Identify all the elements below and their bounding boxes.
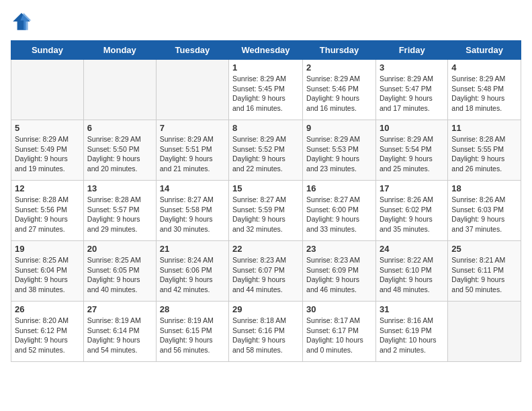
calendar-cell (11, 60, 84, 120)
day-number: 16 (306, 183, 372, 193)
calendar-cell: 3Sunrise: 8:29 AMSunset: 5:47 PMDaylight… (375, 60, 447, 120)
day-number: 31 (380, 304, 444, 314)
day-number: 2 (306, 62, 372, 73)
calendar-cell: 1Sunrise: 8:29 AMSunset: 5:45 PMDaylight… (229, 60, 303, 120)
calendar-week-2: 5Sunrise: 8:29 AMSunset: 5:49 PMDaylight… (11, 120, 521, 181)
calendar-cell: 7Sunrise: 8:29 AMSunset: 5:51 PMDaylight… (156, 120, 228, 181)
day-info: Sunrise: 8:20 AMSunset: 6:12 PMDaylight:… (15, 316, 80, 355)
calendar-cell: 19Sunrise: 8:25 AMSunset: 6:04 PMDayligh… (11, 241, 84, 302)
weekday-header-saturday: Saturday (448, 41, 521, 60)
calendar-cell (156, 60, 228, 120)
calendar-cell: 10Sunrise: 8:29 AMSunset: 5:54 PMDayligh… (375, 120, 447, 181)
calendar-cell: 13Sunrise: 8:28 AMSunset: 5:57 PMDayligh… (83, 181, 156, 241)
day-info: Sunrise: 8:26 AMSunset: 6:03 PMDaylight:… (451, 195, 517, 234)
day-info: Sunrise: 8:26 AMSunset: 6:02 PMDaylight:… (380, 195, 444, 234)
day-info: Sunrise: 8:29 AMSunset: 5:50 PMDaylight:… (87, 134, 152, 174)
day-info: Sunrise: 8:27 AMSunset: 6:00 PMDaylight:… (306, 195, 372, 234)
day-info: Sunrise: 8:23 AMSunset: 6:07 PMDaylight:… (232, 255, 299, 295)
day-number: 30 (306, 304, 372, 314)
day-number: 17 (380, 183, 444, 193)
calendar-cell (83, 60, 156, 120)
day-number: 24 (380, 244, 444, 254)
day-info: Sunrise: 8:25 AMSunset: 6:04 PMDaylight:… (15, 255, 80, 295)
calendar-cell: 6Sunrise: 8:29 AMSunset: 5:50 PMDaylight… (83, 120, 156, 181)
day-info: Sunrise: 8:29 AMSunset: 5:46 PMDaylight:… (306, 74, 372, 113)
weekday-header-tuesday: Tuesday (156, 41, 228, 60)
day-info: Sunrise: 8:29 AMSunset: 5:54 PMDaylight:… (380, 134, 444, 174)
day-number: 11 (451, 123, 517, 133)
day-info: Sunrise: 8:27 AMSunset: 5:59 PMDaylight:… (232, 195, 299, 234)
calendar-cell: 2Sunrise: 8:29 AMSunset: 5:46 PMDaylight… (303, 60, 376, 120)
day-number: 6 (87, 123, 152, 133)
day-info: Sunrise: 8:22 AMSunset: 6:10 PMDaylight:… (380, 255, 444, 295)
calendar-cell: 27Sunrise: 8:19 AMSunset: 6:14 PMDayligh… (83, 302, 156, 362)
day-info: Sunrise: 8:28 AMSunset: 5:56 PMDaylight:… (15, 195, 80, 234)
day-info: Sunrise: 8:18 AMSunset: 6:16 PMDaylight:… (232, 316, 299, 355)
calendar-cell: 15Sunrise: 8:27 AMSunset: 5:59 PMDayligh… (229, 181, 303, 241)
weekday-header-row: SundayMondayTuesdayWednesdayThursdayFrid… (11, 41, 521, 60)
day-number: 5 (15, 123, 80, 133)
logo (11, 11, 35, 32)
day-info: Sunrise: 8:29 AMSunset: 5:51 PMDaylight:… (160, 134, 225, 174)
day-info: Sunrise: 8:19 AMSunset: 6:14 PMDaylight:… (87, 316, 152, 355)
calendar-cell: 21Sunrise: 8:24 AMSunset: 6:06 PMDayligh… (156, 241, 228, 302)
calendar-cell: 23Sunrise: 8:23 AMSunset: 6:09 PMDayligh… (303, 241, 376, 302)
calendar-table: SundayMondayTuesdayWednesdayThursdayFrid… (11, 40, 521, 362)
day-info: Sunrise: 8:29 AMSunset: 5:47 PMDaylight:… (380, 74, 444, 113)
calendar-week-4: 19Sunrise: 8:25 AMSunset: 6:04 PMDayligh… (11, 241, 521, 302)
weekday-header-wednesday: Wednesday (229, 41, 303, 60)
day-info: Sunrise: 8:28 AMSunset: 5:55 PMDaylight:… (451, 134, 517, 174)
day-number: 28 (160, 304, 225, 314)
weekday-header-monday: Monday (83, 41, 156, 60)
day-info: Sunrise: 8:21 AMSunset: 6:11 PMDaylight:… (451, 255, 517, 295)
calendar-cell: 9Sunrise: 8:29 AMSunset: 5:53 PMDaylight… (303, 120, 376, 181)
day-number: 15 (232, 183, 299, 193)
calendar-cell: 31Sunrise: 8:16 AMSunset: 6:19 PMDayligh… (375, 302, 447, 362)
day-number: 10 (380, 123, 444, 133)
day-number: 21 (160, 244, 225, 254)
day-number: 13 (87, 183, 152, 193)
calendar-cell: 20Sunrise: 8:25 AMSunset: 6:05 PMDayligh… (83, 241, 156, 302)
logo-icon (11, 11, 32, 32)
calendar-week-3: 12Sunrise: 8:28 AMSunset: 5:56 PMDayligh… (11, 181, 521, 241)
day-info: Sunrise: 8:27 AMSunset: 5:58 PMDaylight:… (160, 195, 225, 234)
calendar-cell: 22Sunrise: 8:23 AMSunset: 6:07 PMDayligh… (229, 241, 303, 302)
calendar-cell: 4Sunrise: 8:29 AMSunset: 5:48 PMDaylight… (448, 60, 521, 120)
day-number: 18 (451, 183, 517, 193)
day-number: 8 (232, 123, 299, 133)
day-number: 1 (232, 62, 299, 73)
day-number: 9 (306, 123, 372, 133)
day-info: Sunrise: 8:28 AMSunset: 5:57 PMDaylight:… (87, 195, 152, 234)
day-number: 25 (451, 244, 517, 254)
day-number: 26 (15, 304, 80, 314)
calendar-cell: 28Sunrise: 8:19 AMSunset: 6:15 PMDayligh… (156, 302, 228, 362)
day-number: 23 (306, 244, 372, 254)
day-info: Sunrise: 8:24 AMSunset: 6:06 PMDaylight:… (160, 255, 225, 295)
day-info: Sunrise: 8:29 AMSunset: 5:45 PMDaylight:… (232, 74, 299, 113)
calendar-cell: 12Sunrise: 8:28 AMSunset: 5:56 PMDayligh… (11, 181, 84, 241)
day-number: 3 (380, 62, 444, 73)
day-info: Sunrise: 8:17 AMSunset: 6:17 PMDaylight:… (306, 316, 372, 355)
day-info: Sunrise: 8:19 AMSunset: 6:15 PMDaylight:… (160, 316, 225, 355)
day-number: 14 (160, 183, 225, 193)
calendar-cell: 17Sunrise: 8:26 AMSunset: 6:02 PMDayligh… (375, 181, 447, 241)
day-info: Sunrise: 8:29 AMSunset: 5:48 PMDaylight:… (451, 74, 517, 113)
calendar-cell: 26Sunrise: 8:20 AMSunset: 6:12 PMDayligh… (11, 302, 84, 362)
calendar-cell: 8Sunrise: 8:29 AMSunset: 5:52 PMDaylight… (229, 120, 303, 181)
day-number: 29 (232, 304, 299, 314)
calendar-cell: 18Sunrise: 8:26 AMSunset: 6:03 PMDayligh… (448, 181, 521, 241)
weekday-header-sunday: Sunday (11, 41, 84, 60)
calendar-cell: 25Sunrise: 8:21 AMSunset: 6:11 PMDayligh… (448, 241, 521, 302)
day-info: Sunrise: 8:16 AMSunset: 6:19 PMDaylight:… (380, 316, 444, 355)
calendar-week-5: 26Sunrise: 8:20 AMSunset: 6:12 PMDayligh… (11, 302, 521, 362)
calendar-cell: 14Sunrise: 8:27 AMSunset: 5:58 PMDayligh… (156, 181, 228, 241)
day-number: 27 (87, 304, 152, 314)
day-info: Sunrise: 8:29 AMSunset: 5:49 PMDaylight:… (15, 134, 80, 174)
calendar-cell: 11Sunrise: 8:28 AMSunset: 5:55 PMDayligh… (448, 120, 521, 181)
page-header (11, 11, 521, 32)
day-number: 19 (15, 244, 80, 254)
day-number: 7 (160, 123, 225, 133)
calendar-cell: 16Sunrise: 8:27 AMSunset: 6:00 PMDayligh… (303, 181, 376, 241)
day-number: 20 (87, 244, 152, 254)
calendar-cell: 30Sunrise: 8:17 AMSunset: 6:17 PMDayligh… (303, 302, 376, 362)
